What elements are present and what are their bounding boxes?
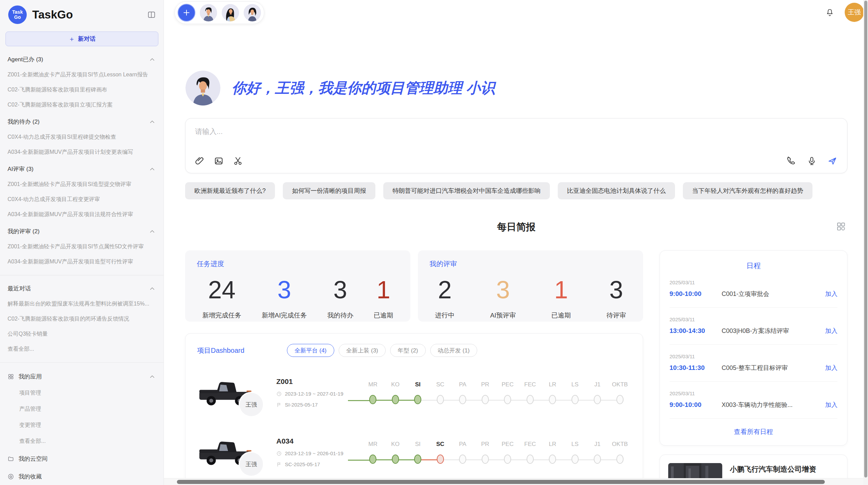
composer-input[interactable]: 请输入...: [195, 127, 223, 136]
milestone-dot-todo: [571, 395, 579, 404]
left-column: 任务进度 24 新增完成任务 3 新增AI完成任务: [185, 250, 643, 485]
send-icon[interactable]: [827, 156, 837, 166]
milestone-dot-overdue: [437, 455, 444, 464]
suggestion-chip[interactable]: 当下年轻人对汽车外观有怎样的喜好趋势: [683, 182, 812, 199]
conversation-item[interactable]: C0X4-动力总成开发项目工程变更评审: [0, 196, 164, 203]
tab-powertrain[interactable]: 动总开发 (1): [430, 344, 478, 357]
chevron-up-icon[interactable]: [149, 228, 155, 235]
conversation-item[interactable]: Z001-全新燃油皮卡产品开发项目SI节点Lesson Learn报告: [0, 71, 164, 78]
join-link[interactable]: 加入: [825, 290, 837, 298]
section-title: 我的待办 (2): [8, 118, 40, 126]
schedule-item: 2025/03/11 13:00-14:30 C003|H0B-方案冻结评审 加…: [670, 316, 837, 345]
stat-label: 新增AI完成任务: [262, 311, 307, 320]
conversation-item[interactable]: Z001-全新燃油轻卡产品开发项目SI节点属性5D文件评审: [0, 243, 164, 250]
avatar-man-illustration: [200, 4, 217, 22]
section-header-my-todo[interactable]: 我的待办 (2): [0, 118, 164, 126]
suggestion-chip[interactable]: 特朗普可能对进口汽车增税会对中国车企造成哪些影响: [383, 182, 550, 199]
project-row[interactable]: 王强 Z001 2023-12-19 ~ 2027-01-19: [197, 369, 631, 416]
add-agent-button[interactable]: [178, 4, 195, 22]
stat-value: 3: [277, 277, 291, 302]
new-chat-button[interactable]: ＋ 新对话: [5, 32, 158, 46]
dashboard-header: 项目Dashboard 全新平台 (4) 全新上装 (3) 年型 (2) 动总开…: [197, 344, 631, 357]
view-all-schedule-link[interactable]: 查看所有日程: [670, 427, 837, 436]
taskgo-app: Task Go TaskGo ＋ 新对话 Agent已办 (3) Z001-全新…: [0, 0, 868, 485]
schedule-item: 2025/03/11 10:30-11:30 C005-整车工程目标评审 加入: [670, 353, 837, 382]
join-link[interactable]: 加入: [825, 327, 837, 335]
horizontal-scrollbar-thumb[interactable]: [177, 480, 825, 484]
conversation-item[interactable]: A034-全新新能源MUV产品开发项目造型可行性评审: [0, 258, 164, 265]
attach-paperclip-icon[interactable]: [194, 156, 205, 166]
app-item-product-mgmt[interactable]: 产品管理: [0, 406, 164, 413]
stat-value: 2: [438, 277, 451, 302]
conversation-item[interactable]: Z001-全新燃油轻卡产品开发项目SI造型提交物评审: [0, 181, 164, 188]
schedule-item: 2025/03/11 9:00-10:00 C001-立项审批会 加入: [670, 279, 837, 308]
greeting: 你好，王强，我是你的项目管理助理 小识: [185, 70, 847, 106]
conversation-item[interactable]: 解释最新出台的欧盟报废车法规再生塑料比例被调至15%...: [0, 300, 164, 308]
phone-call-icon[interactable]: [786, 156, 796, 166]
layout-grid-icon[interactable]: [836, 221, 846, 232]
conversation-item[interactable]: C02-飞腾新能源轻客改款项目里程碑画布: [0, 86, 164, 94]
chevron-up-icon[interactable]: [149, 286, 155, 292]
view-all-apps-link[interactable]: 查看全部...: [0, 438, 164, 445]
tab-new-body[interactable]: 全新上装 (3): [339, 344, 386, 357]
tab-model-year[interactable]: 年型 (2): [390, 344, 426, 357]
my-apps-label: 我的应用: [19, 373, 42, 381]
join-link[interactable]: 加入: [825, 364, 837, 372]
notifications-bell-icon[interactable]: [825, 8, 834, 17]
sidebar-collapse-icon[interactable]: [147, 10, 156, 19]
chevron-up-icon[interactable]: [149, 57, 155, 63]
stat-review-overdue: 1 已逾期: [551, 277, 571, 320]
chevron-up-icon[interactable]: [149, 166, 155, 172]
plus-icon: ＋: [69, 35, 75, 43]
sidebar-item-cloud-space[interactable]: 我的云空间: [0, 455, 164, 463]
milestone-dot-current: [414, 395, 421, 404]
user-avatar[interactable]: 王强: [845, 3, 864, 22]
milestone-dot-todo: [594, 395, 601, 404]
app-item-project-mgmt[interactable]: 项目管理: [0, 389, 164, 397]
horizontal-scrollbar[interactable]: [164, 478, 863, 485]
suggestion-chip[interactable]: 如何写一份清晰的项目周报: [283, 182, 375, 199]
scissors-icon[interactable]: [233, 156, 243, 166]
conversation-item[interactable]: C02-飞腾新能源轻客改款项目立项汇报方案: [0, 101, 164, 109]
vertical-scrollbar[interactable]: [863, 0, 868, 485]
view-all-chats-link[interactable]: 查看全部...: [0, 346, 164, 353]
assistant-avatar: [185, 70, 221, 106]
sidebar-item-favorites[interactable]: 我的收藏: [0, 473, 164, 481]
section-title: 我的评审 (2): [8, 227, 40, 235]
suggestion-chip[interactable]: 欧洲新规最近颁布了什么?: [185, 182, 275, 199]
vertical-scrollbar-thumb[interactable]: [864, 1, 867, 477]
section-recent-chats: 最近对话 解释最新出台的欧盟报废车法规再生塑料比例被调至15%... C02-飞…: [0, 285, 164, 353]
chevron-up-icon[interactable]: [149, 119, 155, 125]
conversation-item[interactable]: 公司Q3轻卡销量: [0, 331, 164, 338]
section-agent-done: Agent已办 (3) Z001-全新燃油皮卡产品开发项目SI节点Lesson …: [0, 55, 164, 109]
schedule-date: 2025/03/11: [670, 353, 837, 359]
section-title: Agent已办 (3): [8, 55, 43, 63]
project-row[interactable]: 王强 A034 2023-12-19 ~ 2026-01-19: [197, 428, 631, 476]
microphone-icon[interactable]: [807, 156, 817, 166]
app-item-change-mgmt[interactable]: 变更管理: [0, 422, 164, 429]
my-review-card: 我的评审 2 进行中 3 AI预评审: [418, 250, 643, 322]
composer[interactable]: 请输入...: [185, 118, 847, 173]
conversation-item[interactable]: C02-飞腾新能源轻客改款项目的闭环通告反馈情况: [0, 315, 164, 323]
suggestion-chip[interactable]: 比亚迪全固态电池计划具体说了什么: [558, 182, 675, 199]
chevron-up-icon[interactable]: [149, 374, 155, 380]
section-header-recent-chats[interactable]: 最近对话: [0, 285, 164, 293]
conversation-item[interactable]: A034-全新新能源MUV产品开发项目法规符合性评审: [0, 211, 164, 218]
agent-avatar-1[interactable]: [200, 4, 217, 22]
stat-value: 3: [334, 277, 347, 302]
agent-avatar-2[interactable]: [221, 4, 239, 22]
image-icon[interactable]: [214, 156, 224, 166]
conversation-item[interactable]: A034-全新新能源MUV产品开发项目计划变更表编写: [0, 149, 164, 156]
agent-avatar-3[interactable]: [243, 4, 261, 22]
conversation-item[interactable]: C0X4-动力总成开发项目SI里程碑提交物检查: [0, 134, 164, 141]
section-header-ai-review[interactable]: AI评审 (3): [0, 165, 164, 173]
section-header-my-review[interactable]: 我的评审 (2): [0, 227, 164, 235]
owner-badge: 王强: [239, 451, 264, 477]
new-chat-label: 新对话: [78, 35, 96, 43]
join-link[interactable]: 加入: [825, 401, 837, 409]
tab-new-platform[interactable]: 全新平台 (4): [287, 344, 334, 357]
milestone-dot-todo: [616, 395, 624, 404]
section-header-agent-done[interactable]: Agent已办 (3): [0, 55, 164, 63]
date-range: 2023-12-19 ~ 2027-01-19: [285, 391, 343, 397]
sidebar-item-my-apps[interactable]: 我的应用: [0, 373, 164, 381]
